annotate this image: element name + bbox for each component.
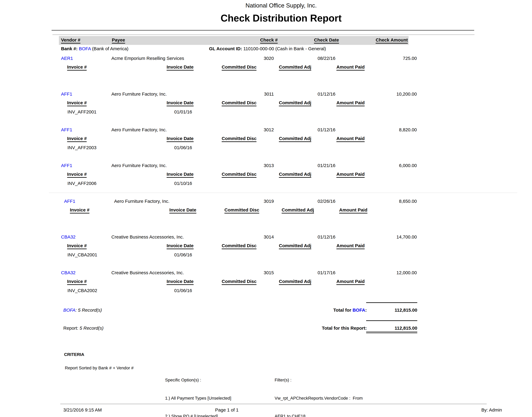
payee-name: Aero Furniture Factory, Inc. <box>111 127 167 133</box>
payee-name: Aero Furniture Factory, Inc. <box>114 198 170 204</box>
bank-record-count-text: : 5 Record(s) <box>75 308 102 313</box>
check-date: 01/12/16 <box>304 91 349 97</box>
committed-adj-header-label: Committed Adj <box>282 207 314 213</box>
invoice-date-header: Invoice Date <box>167 136 194 142</box>
check-amount: 8,650.00 <box>356 198 417 204</box>
bank-number-label: Bank #: <box>61 46 78 51</box>
amount-paid-header: Amount Paid <box>336 279 365 285</box>
invoice-header-row: Invoice # Invoice Date Committed Disc Co… <box>60 64 417 71</box>
invoice-date-header-label: Invoice Date <box>169 207 196 213</box>
bank-code-link[interactable]: BOFA <box>79 46 91 51</box>
gl-account-label: GL Account ID: <box>209 46 242 51</box>
vendor-code-link[interactable]: CBA32 <box>61 270 76 276</box>
check-row: CBA32 Creative Business Accessories, Inc… <box>60 270 417 276</box>
report-record-count-text: 5 Record(s) <box>80 325 104 331</box>
committed-adj-header: Committed Adj <box>279 64 311 71</box>
check-row: AFF1 Aero Furniture Factory, Inc. 3012 0… <box>60 127 417 133</box>
invoice-header-row: Invoice # Invoice Date Committed Disc Co… <box>60 136 417 142</box>
vendor-code-link[interactable]: AFF1 <box>64 198 75 204</box>
invoice-date: 01/01/16 <box>174 109 192 115</box>
criteria-header: CRITERIA <box>64 352 84 357</box>
check-row: AFF1 Aero Furniture Factory, Inc. 3019 0… <box>60 198 417 204</box>
report-header: National Office Supply, Inc. Check Distr… <box>60 2 502 9</box>
invoice-number-header: Invoice # <box>67 136 87 142</box>
bank-total-label: Total for BOFA: <box>291 307 367 313</box>
invoice-header-row: Invoice # Invoice Date Committed Disc Co… <box>60 100 417 106</box>
criteria-options-title: Specific Option(s) : <box>165 377 239 383</box>
check-date: 02/26/16 <box>304 198 349 204</box>
check-date: 08/22/16 <box>304 55 349 61</box>
check-amount: 6,000.00 <box>356 163 417 168</box>
column-header-payee: Payee <box>112 37 125 43</box>
invoice-header-row: Invoice # Invoice Date Committed Disc Co… <box>60 171 417 178</box>
invoice-date: 01/06/16 <box>174 288 192 293</box>
invoice-date-header-label: Invoice Date <box>167 136 194 142</box>
bank-total-label-prefix: Total for <box>333 308 352 313</box>
company-name: National Office Supply, Inc. <box>60 2 502 9</box>
vendor-code-link[interactable]: AFF1 <box>61 91 72 97</box>
check-amount: 14,700.00 <box>356 234 417 240</box>
invoice-number: INV_CBA2001 <box>67 252 97 258</box>
check-date: 01/17/16 <box>304 270 349 276</box>
footer-generated-by: By: Admin <box>481 407 502 413</box>
invoice-value-row: INV_AFF2003 01/06/16 <box>60 145 417 151</box>
gl-account-info: GL Account ID: 110100-000-00 (Cash in Ba… <box>209 46 326 52</box>
amount-paid-header: Amount Paid <box>336 64 365 71</box>
check-block: AER1 Acme Emporium Reselling Services 30… <box>60 55 417 91</box>
bank-group-row: Bank #: BOFA (Bank of America) GL Accoun… <box>60 46 417 52</box>
invoice-number-header-label: Invoice # <box>67 100 87 106</box>
invoice-value-row: INV_AFF2006 01/10/16 <box>60 180 417 187</box>
amount-paid-header: Amount Paid <box>336 100 365 106</box>
invoice-number-header: Invoice # <box>67 243 87 249</box>
column-header-check-amount: Check Amount <box>347 37 408 43</box>
committed-adj-header-label: Committed Adj <box>279 172 311 178</box>
check-number: 3011 <box>243 91 274 97</box>
vendor-code-link[interactable]: AER1 <box>61 55 73 61</box>
criteria-sorted-by: Report Sorted by Bank # + Vendor # <box>65 365 134 371</box>
check-number: 3014 <box>243 234 274 240</box>
committed-disc-header: Committed Disc <box>222 136 256 142</box>
page-break-line <box>49 193 517 193</box>
check-date: 01/12/16 <box>304 127 349 133</box>
check-block: AFF1 Aero Furniture Factory, Inc. 3019 0… <box>60 198 417 234</box>
check-row: CBA32 Creative Business Accessories, Inc… <box>60 234 417 240</box>
committed-adj-header: Committed Adj <box>282 207 314 213</box>
committed-disc-header: Committed Disc <box>222 171 256 178</box>
invoice-value-row: INV_CBA2002 01/06/16 <box>60 288 417 294</box>
vendor-code-link[interactable]: CBA32 <box>61 234 76 240</box>
check-number: 3019 <box>243 198 274 204</box>
committed-adj-header: Committed Adj <box>279 279 311 285</box>
committed-disc-header: Committed Disc <box>222 64 256 71</box>
invoice-header-row: Invoice # Invoice Date Committed Disc Co… <box>63 207 420 213</box>
committed-disc-header-label: Committed Disc <box>222 100 256 106</box>
amount-paid-header-label: Amount Paid <box>336 243 365 249</box>
invoice-date-header-label: Invoice Date <box>167 279 194 285</box>
criteria-filters-title: Filter(s) : <box>275 377 363 383</box>
amount-paid-header-label: Amount Paid <box>339 207 367 213</box>
committed-disc-header-label: Committed Disc <box>222 136 256 142</box>
vendor-code-link[interactable]: AFF1 <box>61 163 72 168</box>
invoice-number: INV_CBA2002 <box>67 288 97 293</box>
check-block: AFF1 Aero Furniture Factory, Inc. 3011 0… <box>60 91 417 127</box>
invoice-value-row: INV_AFF2001 01/01/16 <box>60 109 417 115</box>
invoice-date-header-label: Invoice Date <box>167 64 194 71</box>
bank-record-count-code: BOFA <box>63 308 75 313</box>
committed-disc-header: Committed Disc <box>222 100 256 106</box>
amount-paid-header-label: Amount Paid <box>336 136 365 142</box>
committed-disc-header-label: Committed Disc <box>224 207 259 213</box>
committed-adj-header: Committed Adj <box>279 171 311 178</box>
criteria-filter: AER1 to CHE18 <box>275 413 363 417</box>
amount-paid-header-label: Amount Paid <box>336 279 365 285</box>
report-record-count-label: Report: <box>63 325 80 331</box>
check-row: AER1 Acme Emporium Reselling Services 30… <box>60 55 417 62</box>
vendor-code-link[interactable]: AFF1 <box>61 127 72 133</box>
check-number: 3013 <box>243 163 274 168</box>
committed-disc-header-label: Committed Disc <box>222 243 256 249</box>
invoice-date-header: Invoice Date <box>167 279 194 285</box>
page-title: Check Distribution Report <box>60 12 502 24</box>
invoice-number: INV_AFF2001 <box>67 109 96 115</box>
amount-paid-header: Amount Paid <box>336 136 365 142</box>
footer-datetime: 3/21/2016 9:15 AM <box>63 407 102 413</box>
invoice-number-header-label: Invoice # <box>67 243 87 249</box>
invoice-number-header-label: Invoice # <box>67 172 87 178</box>
